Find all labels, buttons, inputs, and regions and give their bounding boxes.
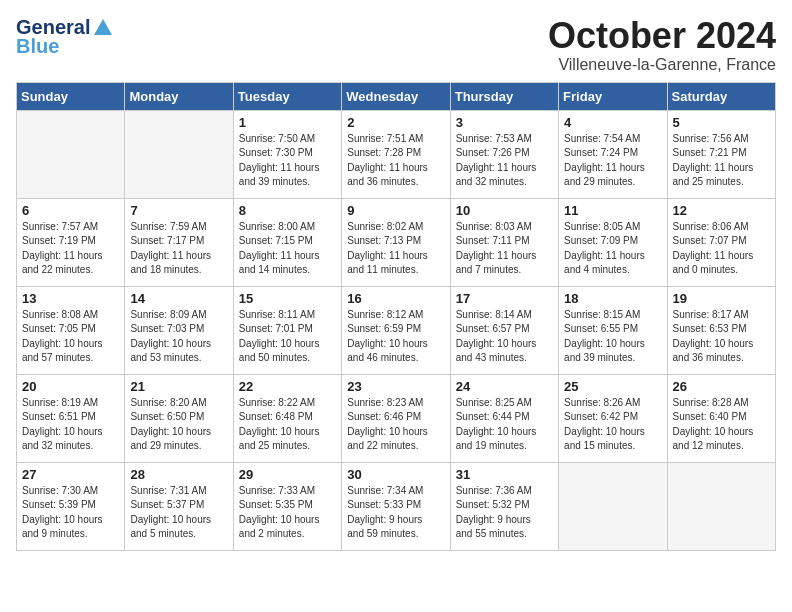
day-info: Sunrise: 7:53 AM Sunset: 7:26 PM Dayligh… [456,132,553,190]
day-info: Sunrise: 8:14 AM Sunset: 6:57 PM Dayligh… [456,308,553,366]
calendar-cell: 2Sunrise: 7:51 AM Sunset: 7:28 PM Daylig… [342,110,450,198]
svg-marker-0 [94,19,112,35]
day-number: 4 [564,115,661,130]
location-title: Villeneuve-la-Garenne, France [548,56,776,74]
day-info: Sunrise: 8:09 AM Sunset: 7:03 PM Dayligh… [130,308,227,366]
day-info: Sunrise: 7:56 AM Sunset: 7:21 PM Dayligh… [673,132,770,190]
calendar-cell [667,462,775,550]
day-number: 29 [239,467,336,482]
day-number: 26 [673,379,770,394]
column-header-tuesday: Tuesday [233,82,341,110]
title-area: October 2024 Villeneuve-la-Garenne, Fran… [548,16,776,74]
day-info: Sunrise: 8:02 AM Sunset: 7:13 PM Dayligh… [347,220,444,278]
day-info: Sunrise: 8:12 AM Sunset: 6:59 PM Dayligh… [347,308,444,366]
calendar-cell: 4Sunrise: 7:54 AM Sunset: 7:24 PM Daylig… [559,110,667,198]
day-info: Sunrise: 8:00 AM Sunset: 7:15 PM Dayligh… [239,220,336,278]
day-info: Sunrise: 8:08 AM Sunset: 7:05 PM Dayligh… [22,308,119,366]
calendar-cell: 25Sunrise: 8:26 AM Sunset: 6:42 PM Dayli… [559,374,667,462]
column-header-friday: Friday [559,82,667,110]
day-number: 18 [564,291,661,306]
day-info: Sunrise: 7:36 AM Sunset: 5:32 PM Dayligh… [456,484,553,542]
calendar-cell: 3Sunrise: 7:53 AM Sunset: 7:26 PM Daylig… [450,110,558,198]
day-number: 11 [564,203,661,218]
calendar-cell: 9Sunrise: 8:02 AM Sunset: 7:13 PM Daylig… [342,198,450,286]
calendar-cell: 26Sunrise: 8:28 AM Sunset: 6:40 PM Dayli… [667,374,775,462]
calendar-cell [559,462,667,550]
day-info: Sunrise: 8:28 AM Sunset: 6:40 PM Dayligh… [673,396,770,454]
day-number: 30 [347,467,444,482]
calendar-cell: 5Sunrise: 7:56 AM Sunset: 7:21 PM Daylig… [667,110,775,198]
day-number: 27 [22,467,119,482]
calendar-cell: 11Sunrise: 8:05 AM Sunset: 7:09 PM Dayli… [559,198,667,286]
day-info: Sunrise: 7:33 AM Sunset: 5:35 PM Dayligh… [239,484,336,542]
day-number: 9 [347,203,444,218]
day-number: 5 [673,115,770,130]
day-info: Sunrise: 8:25 AM Sunset: 6:44 PM Dayligh… [456,396,553,454]
day-number: 23 [347,379,444,394]
calendar-cell: 13Sunrise: 8:08 AM Sunset: 7:05 PM Dayli… [17,286,125,374]
calendar-cell: 16Sunrise: 8:12 AM Sunset: 6:59 PM Dayli… [342,286,450,374]
day-number: 1 [239,115,336,130]
header: General Blue October 2024 Villeneuve-la-… [16,16,776,74]
day-number: 16 [347,291,444,306]
day-number: 6 [22,203,119,218]
day-number: 8 [239,203,336,218]
day-number: 22 [239,379,336,394]
day-number: 7 [130,203,227,218]
day-number: 25 [564,379,661,394]
day-number: 17 [456,291,553,306]
day-info: Sunrise: 7:54 AM Sunset: 7:24 PM Dayligh… [564,132,661,190]
day-number: 15 [239,291,336,306]
day-number: 13 [22,291,119,306]
day-number: 2 [347,115,444,130]
week-row-5: 27Sunrise: 7:30 AM Sunset: 5:39 PM Dayli… [17,462,776,550]
calendar-cell: 30Sunrise: 7:34 AM Sunset: 5:33 PM Dayli… [342,462,450,550]
day-info: Sunrise: 7:31 AM Sunset: 5:37 PM Dayligh… [130,484,227,542]
day-info: Sunrise: 7:59 AM Sunset: 7:17 PM Dayligh… [130,220,227,278]
calendar-cell [17,110,125,198]
day-info: Sunrise: 8:23 AM Sunset: 6:46 PM Dayligh… [347,396,444,454]
calendar-cell: 27Sunrise: 7:30 AM Sunset: 5:39 PM Dayli… [17,462,125,550]
calendar-cell: 6Sunrise: 7:57 AM Sunset: 7:19 PM Daylig… [17,198,125,286]
calendar-cell: 8Sunrise: 8:00 AM Sunset: 7:15 PM Daylig… [233,198,341,286]
day-info: Sunrise: 7:50 AM Sunset: 7:30 PM Dayligh… [239,132,336,190]
column-header-monday: Monday [125,82,233,110]
header-row: SundayMondayTuesdayWednesdayThursdayFrid… [17,82,776,110]
calendar-cell: 20Sunrise: 8:19 AM Sunset: 6:51 PM Dayli… [17,374,125,462]
day-number: 21 [130,379,227,394]
day-number: 19 [673,291,770,306]
month-title: October 2024 [548,16,776,56]
day-info: Sunrise: 7:34 AM Sunset: 5:33 PM Dayligh… [347,484,444,542]
day-info: Sunrise: 8:20 AM Sunset: 6:50 PM Dayligh… [130,396,227,454]
week-row-1: 1Sunrise: 7:50 AM Sunset: 7:30 PM Daylig… [17,110,776,198]
day-number: 28 [130,467,227,482]
calendar-cell: 28Sunrise: 7:31 AM Sunset: 5:37 PM Dayli… [125,462,233,550]
day-info: Sunrise: 8:22 AM Sunset: 6:48 PM Dayligh… [239,396,336,454]
calendar-cell: 15Sunrise: 8:11 AM Sunset: 7:01 PM Dayli… [233,286,341,374]
day-info: Sunrise: 8:06 AM Sunset: 7:07 PM Dayligh… [673,220,770,278]
calendar-cell: 22Sunrise: 8:22 AM Sunset: 6:48 PM Dayli… [233,374,341,462]
logo-blue: Blue [16,35,59,58]
calendar-cell: 18Sunrise: 8:15 AM Sunset: 6:55 PM Dayli… [559,286,667,374]
day-info: Sunrise: 8:19 AM Sunset: 6:51 PM Dayligh… [22,396,119,454]
calendar-cell: 21Sunrise: 8:20 AM Sunset: 6:50 PM Dayli… [125,374,233,462]
calendar-cell: 31Sunrise: 7:36 AM Sunset: 5:32 PM Dayli… [450,462,558,550]
day-number: 14 [130,291,227,306]
day-info: Sunrise: 7:57 AM Sunset: 7:19 PM Dayligh… [22,220,119,278]
calendar-cell: 17Sunrise: 8:14 AM Sunset: 6:57 PM Dayli… [450,286,558,374]
day-number: 3 [456,115,553,130]
week-row-4: 20Sunrise: 8:19 AM Sunset: 6:51 PM Dayli… [17,374,776,462]
day-info: Sunrise: 8:11 AM Sunset: 7:01 PM Dayligh… [239,308,336,366]
logo-icon [92,17,114,39]
day-info: Sunrise: 8:05 AM Sunset: 7:09 PM Dayligh… [564,220,661,278]
calendar-table: SundayMondayTuesdayWednesdayThursdayFrid… [16,82,776,551]
week-row-2: 6Sunrise: 7:57 AM Sunset: 7:19 PM Daylig… [17,198,776,286]
calendar-cell: 1Sunrise: 7:50 AM Sunset: 7:30 PM Daylig… [233,110,341,198]
calendar-cell [125,110,233,198]
calendar-cell: 12Sunrise: 8:06 AM Sunset: 7:07 PM Dayli… [667,198,775,286]
day-number: 10 [456,203,553,218]
day-info: Sunrise: 8:03 AM Sunset: 7:11 PM Dayligh… [456,220,553,278]
day-number: 12 [673,203,770,218]
day-info: Sunrise: 7:30 AM Sunset: 5:39 PM Dayligh… [22,484,119,542]
day-info: Sunrise: 8:26 AM Sunset: 6:42 PM Dayligh… [564,396,661,454]
